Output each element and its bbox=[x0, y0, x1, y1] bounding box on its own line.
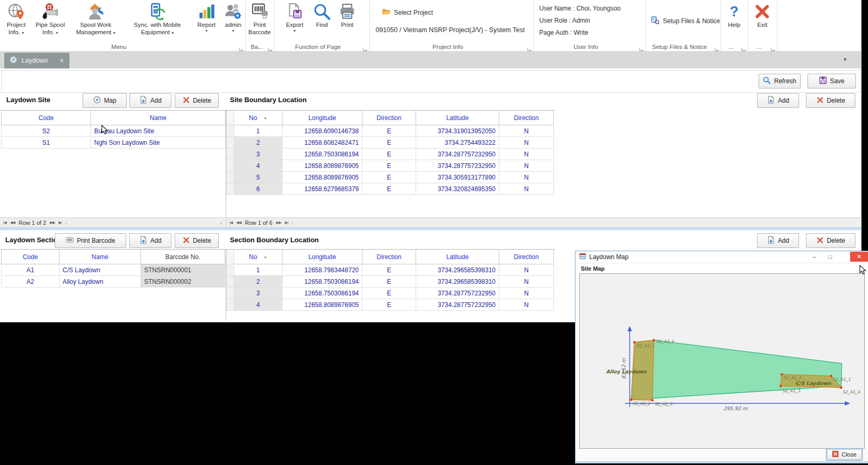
cell[interactable]: E bbox=[362, 264, 416, 276]
cell[interactable]: 1 bbox=[234, 125, 282, 137]
cell[interactable]: A2 bbox=[2, 276, 59, 288]
cell[interactable]: A1 bbox=[2, 264, 59, 276]
window-close-button[interactable]: ✕ bbox=[850, 252, 868, 262]
column-header-no[interactable]: No▲ bbox=[234, 250, 282, 264]
spool-work-management-button[interactable]: Spool Work Management ▾ bbox=[70, 0, 121, 36]
cell[interactable]: 2 bbox=[234, 137, 282, 149]
export-button[interactable]: Export ▾ bbox=[281, 0, 308, 33]
cell[interactable]: 3 bbox=[234, 149, 282, 160]
cell[interactable]: E bbox=[362, 172, 416, 183]
print-barcode-button[interactable]: Print Barcode bbox=[55, 233, 126, 248]
nav-prev-icon[interactable]: ◀◀ bbox=[10, 220, 15, 225]
cell[interactable]: 3734.305913177890 bbox=[416, 172, 499, 183]
pipe-spool-info-button[interactable]: Pipe Spool Info. ▾ bbox=[32, 0, 69, 36]
admin-button[interactable]: admin ▾ bbox=[221, 0, 245, 33]
row-indicator[interactable] bbox=[227, 149, 234, 160]
column-header-code[interactable]: Code bbox=[2, 250, 59, 264]
save-button[interactable]: Save bbox=[808, 74, 856, 88]
cell[interactable]: 3734.287757232950 bbox=[416, 160, 499, 172]
nav-first-icon[interactable]: |◀ bbox=[3, 220, 6, 225]
column-header-barcode-no-[interactable]: Barcode No. bbox=[141, 250, 225, 264]
cell[interactable]: 12658.6279685379 bbox=[282, 183, 362, 195]
exit-button[interactable]: Exit bbox=[748, 0, 777, 29]
print-button[interactable]: Print bbox=[336, 0, 358, 29]
tab-close-icon[interactable]: ✕ bbox=[59, 57, 64, 64]
cell[interactable]: Bureau Laydown Site bbox=[91, 125, 226, 137]
cell[interactable]: E bbox=[362, 125, 416, 137]
cell[interactable]: N bbox=[499, 299, 554, 311]
row-indicator[interactable] bbox=[227, 183, 234, 195]
site-boundary-delete-button[interactable]: Delete bbox=[806, 93, 855, 108]
column-header-latitude[interactable]: Latitude bbox=[416, 111, 499, 125]
cell[interactable]: E bbox=[362, 137, 416, 149]
cell[interactable]: 6 bbox=[234, 183, 282, 195]
cell[interactable]: Alloy Laydown bbox=[59, 276, 141, 288]
dialog-launcher-icon[interactable] bbox=[771, 45, 775, 50]
row-indicator[interactable] bbox=[227, 288, 234, 299]
nav-next-icon[interactable]: ▶▶ bbox=[50, 220, 55, 225]
sync-mobile-equipment-button[interactable]: Sync. with Mobile Equipment ▾ bbox=[123, 0, 192, 36]
cell[interactable]: N bbox=[499, 264, 554, 276]
cell[interactable]: S1 bbox=[2, 137, 91, 149]
row-indicator[interactable] bbox=[227, 264, 234, 276]
column-header-no[interactable]: No▲ bbox=[234, 111, 282, 125]
map-button[interactable]: Map bbox=[83, 93, 127, 108]
help-button[interactable]: ? Help bbox=[721, 0, 748, 29]
cell[interactable]: STNSRN000001 bbox=[141, 264, 225, 276]
column-header-latitude[interactable]: Latitude bbox=[416, 250, 499, 264]
cell[interactable]: N bbox=[499, 183, 554, 195]
row-indicator[interactable] bbox=[227, 276, 234, 288]
cell[interactable]: 12658.8089876905 bbox=[282, 299, 362, 311]
column-header-direction[interactable]: Direction bbox=[362, 111, 416, 125]
column-header-name[interactable]: Name bbox=[59, 250, 141, 264]
select-project-button[interactable]: Select Project bbox=[382, 7, 433, 17]
cell[interactable]: N bbox=[499, 276, 554, 288]
project-info-button[interactable]: Project Info. ▾ bbox=[2, 0, 31, 36]
cell[interactable]: C/S Laydown bbox=[59, 264, 141, 276]
horizontal-splitter[interactable] bbox=[0, 227, 861, 230]
cell[interactable]: 12658.7503086194 bbox=[282, 276, 362, 288]
dialog-launcher-icon[interactable] bbox=[714, 45, 719, 50]
cell[interactable]: 3734.287757232950 bbox=[416, 299, 499, 311]
cell[interactable]: 12658.7503086194 bbox=[282, 149, 362, 160]
cell[interactable]: S2 bbox=[2, 125, 91, 137]
cell[interactable]: 2 bbox=[234, 276, 282, 288]
cell[interactable]: 5 bbox=[234, 172, 282, 183]
cell[interactable]: N bbox=[499, 149, 554, 160]
cell[interactable]: 3734.2754493222 bbox=[416, 137, 499, 149]
setup-files-notice-button[interactable]: Setup Files & Notice bbox=[651, 16, 720, 26]
nav-last-icon[interactable]: ▶| bbox=[58, 220, 62, 225]
cell[interactable]: N bbox=[499, 137, 554, 149]
tab-laydown[interactable]: Laydown ✕ bbox=[4, 53, 69, 68]
column-header-code[interactable]: Code bbox=[2, 111, 91, 125]
dialog-launcher-icon[interactable] bbox=[239, 45, 244, 50]
column-header-direction[interactable]: Direction bbox=[362, 250, 416, 264]
cell[interactable]: 3734.320824695350 bbox=[416, 183, 499, 195]
nav-last-icon[interactable]: ▶| bbox=[285, 220, 288, 225]
cell[interactable]: 12658.6090146738 bbox=[282, 125, 362, 137]
dialog-launcher-icon[interactable] bbox=[527, 45, 532, 50]
site-delete-button[interactable]: Delete bbox=[175, 93, 219, 108]
cell[interactable]: 4 bbox=[234, 160, 282, 172]
cell[interactable]: 4 bbox=[234, 299, 282, 311]
section-add-button[interactable]: Add bbox=[129, 233, 171, 248]
column-header-direction[interactable]: Direction bbox=[499, 111, 554, 125]
nav-first-icon[interactable]: |◀ bbox=[229, 220, 233, 225]
dialog-launcher-icon[interactable] bbox=[639, 45, 644, 50]
column-header-longitude[interactable]: Longitude bbox=[282, 111, 362, 125]
cell[interactable]: N bbox=[499, 160, 554, 172]
column-header-longitude[interactable]: Longitude bbox=[282, 250, 362, 264]
report-button[interactable]: Report ▾ bbox=[194, 0, 220, 33]
row-indicator[interactable] bbox=[227, 160, 234, 172]
map-close-button[interactable]: Close bbox=[827, 449, 862, 460]
cell[interactable]: 12658.8089876905 bbox=[282, 160, 362, 172]
nav-prev-icon[interactable]: ◀◀ bbox=[236, 220, 241, 225]
minimize-button[interactable]: – bbox=[808, 252, 821, 262]
column-header-direction[interactable]: Direction bbox=[499, 250, 554, 264]
cell[interactable]: E bbox=[362, 160, 416, 172]
cell[interactable]: E bbox=[362, 183, 416, 195]
cell[interactable]: 1 bbox=[234, 264, 282, 276]
site-boundary-add-button[interactable]: Add bbox=[757, 93, 799, 108]
find-button[interactable]: Find bbox=[312, 0, 332, 29]
cell[interactable]: N bbox=[499, 125, 554, 137]
